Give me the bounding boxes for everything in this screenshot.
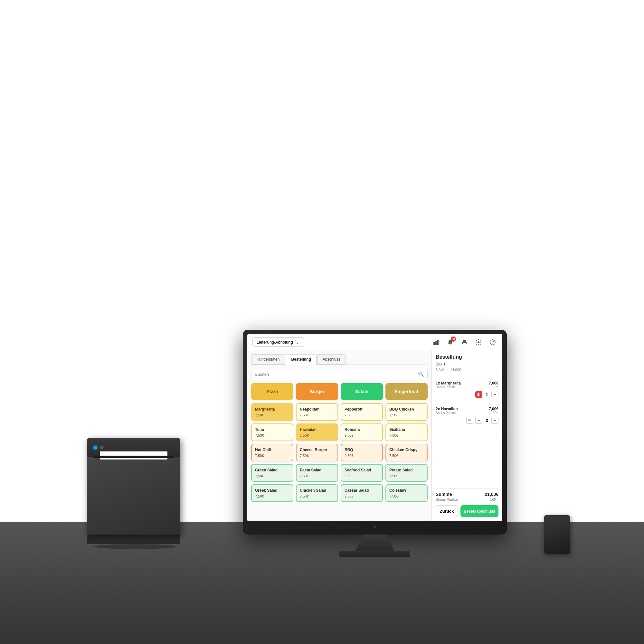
search-input[interactable] [255, 372, 416, 377]
monitor-stand-base [339, 551, 410, 557]
summary-label: Summe [436, 492, 452, 497]
tab-bestellung[interactable]: Bestellung [286, 354, 316, 365]
product-hot-chili[interactable]: Hot Chili 7,50€ [251, 444, 293, 461]
product-name: Hawaiian [300, 427, 334, 432]
summary-bonus-row: Bonus Punkte 10Pt. [436, 497, 498, 501]
product-price: 7,50€ [255, 474, 289, 478]
order-summary: Summe 21,00€ Bonus Punkte 10Pt. Zurück B… [436, 488, 498, 517]
product-name: Cheese Burger [300, 448, 334, 452]
help-icon[interactable]: ? [488, 338, 497, 347]
order-box-label: Box 1 [436, 362, 498, 366]
product-name: Siciliana [389, 427, 424, 432]
product-coleslaw[interactable]: Coleslaw 7,50€ [385, 484, 428, 502]
printer-icon[interactable] [460, 338, 469, 347]
qty-minus-button[interactable]: − [475, 417, 482, 424]
summary-row: Summe 21,00€ [436, 492, 498, 497]
qty-plus-button[interactable]: + [491, 417, 498, 424]
tab-abschluss[interactable]: Abschluss [317, 354, 346, 365]
category-fingerfood[interactable]: Fingerfood [385, 383, 428, 400]
order-item-name: 2x Hawaiian [436, 407, 458, 411]
tab-kundendaten[interactable]: Kundendaten [251, 354, 285, 365]
product-romana[interactable]: Romana 9,50€ [341, 423, 383, 441]
product-pepperoni[interactable]: Pepperoni 7,50€ [341, 403, 383, 421]
chart-icon[interactable] [431, 338, 440, 347]
product-tuna[interactable]: Tuna 7,50€ [251, 423, 293, 441]
printer [87, 438, 184, 547]
pos-app: Lieferung/Abholung ⌄ [247, 334, 502, 521]
product-name: Chicken Crispy [389, 448, 424, 452]
category-salate[interactable]: Salate [341, 383, 383, 400]
product-name: Coleslaw [389, 488, 424, 493]
left-panel: Kundendaten Bestellung Abschluss 🔍 [247, 350, 431, 521]
order-item-margherita: 1x Margherita Bonus Punkte 7,00€ 5Pt. [436, 381, 498, 398]
svg-point-3 [450, 344, 451, 345]
salate-product-grid: Green Salad 7,50€ Pasta Salad 7,50€ Seaf… [251, 464, 428, 502]
svg-point-7 [478, 341, 479, 343]
printer-base [87, 535, 180, 544]
chevron-down-icon: ⌄ [296, 340, 299, 345]
small-device [544, 515, 570, 554]
order-item-hawaiian: 2x Hawaiian Bonus Punkte 7,00€ 5Pt. [436, 407, 498, 424]
delete-button[interactable]: 🗑 [475, 391, 482, 398]
category-pizza[interactable]: Pizza [251, 383, 293, 400]
product-price: 9,50€ [345, 433, 379, 437]
order-item-controls: 🗑 1 + [436, 391, 498, 398]
search-icon: 🔍 [418, 371, 424, 377]
svg-rect-0 [433, 342, 435, 345]
monitor-wrapper: Lieferung/Abholung ⌄ [243, 330, 507, 557]
product-potato-salad[interactable]: Potato Salad 7,50€ [385, 464, 428, 482]
qty-plus-button[interactable]: + [491, 391, 498, 398]
product-hawaiian[interactable]: Hawaiian 7,50€ [296, 423, 338, 441]
main-content: Kundendaten Bestellung Abschluss 🔍 [247, 350, 502, 521]
order-divider-2 [436, 404, 498, 404]
pizza-product-grid: Margherita 7,50€ Neapolitan 7,50€ Pepper… [251, 403, 428, 441]
back-button[interactable]: Zurück [436, 505, 458, 517]
product-neapolitan[interactable]: Neapolitan 7,50€ [296, 403, 338, 421]
product-seafood-salad[interactable]: Seafood Salad 9,50€ [341, 464, 383, 482]
product-chicken-salad[interactable]: Chicken Salad 7,50€ [296, 484, 338, 502]
product-price: 7,50€ [300, 413, 334, 417]
product-chicken-crispy[interactable]: Chicken Crispy 7,50€ [385, 444, 428, 461]
product-price: 7,50€ [389, 433, 424, 437]
product-cheese-burger[interactable]: Cheese Burger 7,50€ [296, 444, 338, 461]
product-caesar-salad[interactable]: Caesar Salad 9,50€ [341, 484, 383, 502]
product-green-salad[interactable]: Green Salad 7,50€ [251, 464, 293, 482]
dropdown-label: Lieferung/Abholung [257, 340, 293, 345]
product-pasta-salad[interactable]: Pasta Salad 7,50€ [296, 464, 338, 482]
svg-rect-2 [437, 340, 439, 345]
product-price: 9,50€ [345, 474, 379, 478]
product-price: 7,50€ [389, 494, 424, 498]
order-button[interactable]: Bestellabschluss [460, 505, 498, 517]
settings-icon[interactable] [474, 338, 483, 347]
summary-bonus-value: 10Pt. [490, 497, 498, 501]
product-margherita[interactable]: Margherita 7,50€ [251, 403, 293, 421]
notification-icon[interactable]: 38 [446, 338, 455, 347]
action-buttons: Zurück Bestellabschluss [436, 505, 498, 517]
product-price: 9,50€ [345, 494, 379, 498]
svg-rect-1 [435, 341, 437, 345]
order-item-name: 1x Margherita [436, 381, 461, 385]
delivery-dropdown[interactable]: Lieferung/Abholung ⌄ [252, 337, 304, 347]
product-price: 7,50€ [300, 454, 334, 458]
product-name: Neapolitan [300, 407, 334, 412]
order-item-controls-2: ✏ − 2 + [436, 417, 498, 424]
order-item-bonus-value: 5Pt. [489, 411, 498, 415]
product-name: Chicken Salad [300, 488, 334, 493]
edit-button[interactable]: ✏ [466, 417, 473, 424]
notification-badge: 38 [451, 336, 456, 342]
product-bbq[interactable]: BBQ 9,50€ [341, 444, 383, 461]
category-burger[interactable]: Burger [296, 383, 338, 400]
right-panel: Bestellung Box 1 3 Artikel, 14,00€ 1x Ma… [431, 350, 502, 521]
product-bbq-chicken[interactable]: BBQ Chicken 7,50€ [385, 403, 428, 421]
svg-text:?: ? [492, 340, 494, 345]
product-siciliana[interactable]: Siciliana 7,50€ [385, 423, 428, 441]
product-greek-salad[interactable]: Greek Salad 7,50€ [251, 484, 293, 502]
order-item-bonus-value: 5Pt. [489, 385, 498, 389]
burger-product-grid: Hot Chili 7,50€ Cheese Burger 7,50€ BBQ … [251, 444, 428, 461]
product-price: 7,50€ [255, 454, 289, 458]
product-name: Pasta Salad [300, 468, 334, 472]
summary-bonus-label: Bonus Punkte [436, 497, 458, 501]
monitor-screen: Lieferung/Abholung ⌄ [247, 334, 502, 521]
order-title: Bestellung [436, 354, 498, 360]
monitor-chin [247, 524, 502, 530]
